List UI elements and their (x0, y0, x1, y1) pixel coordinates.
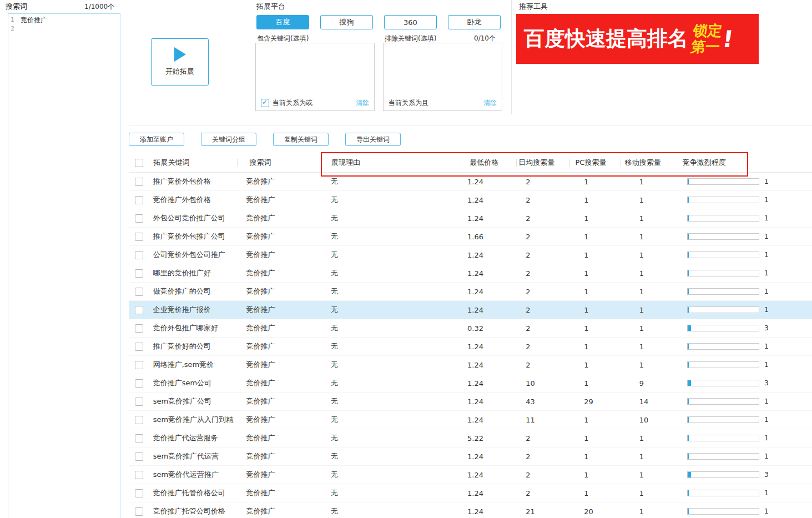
mobile-search-volume-cell: 1 (628, 173, 680, 190)
row-checkbox[interactable] (135, 288, 143, 296)
keyword-cell: 做竞价推广的公司 (148, 283, 234, 300)
row-checkbox[interactable] (135, 489, 143, 497)
display-reason-cell: 无 (320, 484, 456, 502)
search-term-cell: 竞价推广 (234, 246, 320, 264)
promo-accent-line1: 锁定 (692, 23, 723, 39)
display-reason-cell: 无 (320, 209, 456, 227)
exclude-keywords-input[interactable]: 当前关系为且 清除 (383, 43, 502, 111)
competition-cell: 1 (680, 246, 812, 264)
row-checkbox[interactable] (135, 471, 143, 479)
row-checkbox[interactable] (135, 379, 143, 388)
add-to-account-button[interactable]: 添加至账户 (129, 133, 184, 146)
row-checkbox[interactable] (135, 434, 143, 442)
row-checkbox[interactable] (135, 416, 143, 424)
display-reason-cell: 无 (320, 447, 456, 465)
row-checkbox[interactable] (135, 361, 143, 369)
select-all-checkbox[interactable] (135, 159, 143, 167)
row-checkbox-cell (129, 356, 148, 374)
exclude-clear-link[interactable]: 清除 (483, 98, 497, 108)
row-checkbox[interactable] (135, 178, 143, 186)
promo-banner[interactable]: 百度快速提高排名 锁定 第一 ! (516, 14, 759, 64)
platform-button-wolong[interactable]: 卧龙 (448, 15, 501, 29)
min-price-cell: 1.24 (456, 393, 512, 410)
min-price-cell: 1.24 (456, 264, 512, 282)
play-icon (174, 47, 186, 62)
table-row[interactable]: 公司竞价外包公司推广竞价推广无1.242111 (129, 246, 812, 264)
row-checkbox[interactable] (135, 214, 143, 223)
search-term-cell: 竞价推广 (234, 484, 320, 502)
row-checkbox[interactable] (135, 343, 143, 351)
competition-value: 1 (764, 343, 769, 350)
include-clear-link[interactable]: 清除 (356, 98, 369, 108)
platform-section-label: 拓展平台 (256, 2, 285, 12)
pc-search-volume-cell: 1 (575, 301, 628, 319)
row-checkbox[interactable] (135, 324, 143, 333)
row-checkbox-cell (129, 228, 148, 245)
keyword-cell: 竞价推广外包价格 (148, 191, 234, 209)
display-reason-cell: 无 (320, 173, 456, 190)
table-row[interactable]: 竞价推广sem公司竞价推广无1.2410193 (129, 374, 812, 393)
promo-banner-main-text: 百度快速提高排名 (524, 25, 688, 53)
search-terms-title: 搜索词 (6, 2, 27, 12)
promo-accent-line2: 第一 (690, 39, 721, 55)
mobile-search-volume-cell: 1 (628, 466, 680, 484)
row-checkbox-cell (129, 173, 148, 190)
search-terms-counter: 1/1000个 (84, 2, 114, 12)
table-row[interactable]: 网络推广,sem竞价竞价推广无1.242111 (129, 356, 812, 374)
table-row[interactable]: 推广竞价好的公司竞价推广无1.242111 (129, 338, 812, 356)
table-row[interactable]: 竞价推广托管价格公司竞价推广无1.242111 (129, 484, 812, 502)
competition-bar-fill (688, 435, 689, 441)
competition-cell: 1 (680, 301, 812, 319)
table-row[interactable]: 推广竞价外包价格竞价推广无1.242111 (129, 173, 812, 191)
competition-bar (687, 361, 759, 368)
table-row[interactable]: sem竞价代运营推广竞价推广无1.242113 (129, 466, 812, 484)
copy-keywords-button[interactable]: 复制关键词 (273, 133, 329, 146)
table-row[interactable]: sem竞价推广公司竞价推广无1.244329141 (129, 393, 812, 411)
mobile-search-volume-cell: 1 (628, 191, 680, 209)
competition-bar (687, 270, 759, 276)
competition-bar-fill (688, 362, 689, 368)
table-row[interactable]: 哪里的竞价推广好竞价推广无1.242111 (129, 264, 812, 283)
table-row[interactable]: 推广竞价外包推广公司竞价推广无1.662111 (129, 228, 812, 246)
table-row[interactable]: sem竞价推广从入门到精通竞价推广无1.24111101 (129, 411, 812, 429)
row-checkbox[interactable] (135, 452, 143, 461)
table-row[interactable]: 竞价外包推广哪家好竞价推广无0.322113 (129, 319, 812, 338)
platform-button-sogou[interactable]: 搜狗 (320, 15, 373, 29)
table-row[interactable]: 竞价推广外包价格竞价推广无1.242111 (129, 191, 812, 209)
daily-search-volume-cell: 2 (512, 283, 575, 300)
start-expansion-button[interactable]: 开始拓展 (151, 38, 209, 86)
include-keywords-input[interactable]: 当前关系为或 清除 (255, 43, 375, 111)
daily-search-volume-cell: 2 (512, 319, 575, 337)
display-reason-cell: 无 (320, 374, 456, 392)
keyword-grouping-button[interactable]: 关键词分组 (201, 133, 256, 146)
row-checkbox[interactable] (135, 398, 143, 406)
table-row[interactable]: 竞价推广代运营服务竞价推广无5.222111 (129, 429, 812, 447)
row-checkbox[interactable] (135, 196, 143, 204)
row-checkbox[interactable] (135, 507, 143, 516)
platform-button-baidu[interactable]: 百度 (256, 15, 309, 29)
include-relation-row: 当前关系为或 清除 (256, 98, 374, 108)
row-checkbox[interactable] (135, 251, 143, 259)
search-term-cell: 竞价推广 (234, 374, 320, 392)
row-checkbox[interactable] (135, 306, 143, 314)
include-relation-checkbox[interactable] (261, 99, 269, 107)
pc-search-volume-cell: 1 (575, 356, 628, 374)
daily-search-volume-cell: 2 (512, 338, 575, 355)
competition-cell: 1 (680, 447, 812, 465)
row-checkbox[interactable] (135, 269, 143, 278)
keyword-cell: 竞价推广托管公司价格 (148, 502, 234, 518)
table-row[interactable]: sem竞价推广代运营竞价推广无1.242111 (129, 447, 812, 466)
search-terms-editor[interactable]: 1竞价推广2 (8, 13, 120, 518)
competition-value: 1 (764, 269, 769, 277)
platform-button-360[interactable]: 360 (384, 15, 437, 29)
row-checkbox[interactable] (135, 233, 143, 241)
table-row[interactable]: 竞价推广托管公司价格竞价推广无1.24212011 (129, 502, 812, 518)
line-text (17, 24, 21, 33)
competition-bar (687, 416, 759, 423)
table-row[interactable]: 外包公司竞价推广公司竞价推广无1.242111 (129, 209, 812, 228)
table-row[interactable]: 企业竞价推广报价竞价推广无1.242111 (129, 301, 812, 319)
competition-bar (687, 471, 759, 478)
table-row[interactable]: 做竞价推广的公司竞价推广无1.242111 (129, 283, 812, 301)
daily-search-volume-cell: 2 (512, 429, 575, 447)
export-keywords-button[interactable]: 导出关键词 (345, 133, 401, 146)
